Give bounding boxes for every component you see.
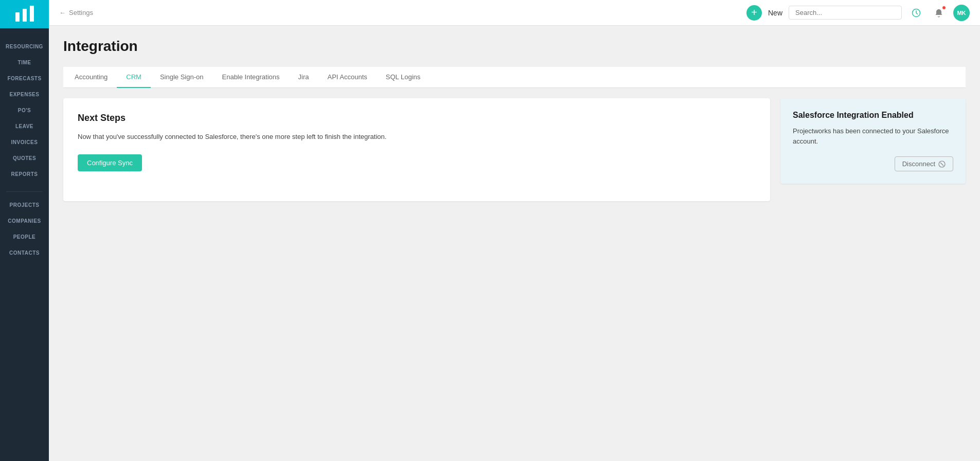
sidebar-logo[interactable] xyxy=(0,0,49,28)
sidebar-item-forecasts[interactable]: FORECASTS xyxy=(0,70,49,86)
sidebar-item-time[interactable]: TIME xyxy=(0,55,49,70)
tab-crm[interactable]: CRM xyxy=(117,67,151,88)
new-label[interactable]: New xyxy=(768,9,782,17)
tab-sso[interactable]: Single Sign-on xyxy=(151,67,213,88)
notification-wrapper xyxy=(931,5,947,21)
disconnect-label: Disconnect xyxy=(902,160,935,168)
tab-sql-logins[interactable]: SQL Logins xyxy=(377,67,430,88)
tab-accounting[interactable]: Accounting xyxy=(65,67,117,88)
sidebar-item-expenses[interactable]: EXPENSES xyxy=(0,86,49,102)
sidebar-item-quotes[interactable]: QUOTES xyxy=(0,150,49,166)
main-card-title: Next Steps xyxy=(78,113,756,123)
avatar[interactable]: MK xyxy=(953,5,970,21)
disconnect-button[interactable]: Disconnect xyxy=(895,156,953,171)
back-link[interactable]: Settings xyxy=(69,9,93,16)
sidebar-item-people[interactable]: PEOPLE xyxy=(0,229,49,245)
sidebar-item-pos[interactable]: PO'S xyxy=(0,102,49,118)
side-card-title: Salesforce Integration Enabled xyxy=(793,111,953,120)
tab-api-accounts[interactable]: API Accounts xyxy=(318,67,376,88)
sidebar-item-leave[interactable]: LEAVE xyxy=(0,118,49,134)
new-icon-button[interactable]: + xyxy=(746,5,762,21)
disconnect-row: Disconnect xyxy=(793,156,953,171)
sidebar-item-resourcing[interactable]: RESOURCING xyxy=(0,39,49,55)
main-area: ← Settings + New xyxy=(49,0,980,461)
svg-rect-2 xyxy=(30,6,34,22)
sidebar-section-top: RESOURCING TIME FORECASTS EXPENSES PO'S … xyxy=(0,39,49,182)
notification-dot xyxy=(942,6,946,10)
page-content: Integration Accounting CRM Single Sign-o… xyxy=(49,26,980,461)
sidebar-item-invoices[interactable]: INVOICES xyxy=(0,134,49,150)
configure-sync-button[interactable]: Configure Sync xyxy=(78,154,142,171)
bell-icon xyxy=(934,8,943,17)
search-input[interactable] xyxy=(789,6,902,20)
tabs-bar: Accounting CRM Single Sign-on Enable Int… xyxy=(63,67,966,88)
sidebar-navigation: RESOURCING TIME FORECASTS EXPENSES PO'S … xyxy=(0,39,49,265)
sidebar-section-bottom: PROJECTS COMPANIES PEOPLE CONTACTS xyxy=(0,197,49,261)
header-actions: + New MK xyxy=(746,5,970,21)
main-card: Next Steps Now that you've successfully … xyxy=(63,98,770,201)
svg-rect-0 xyxy=(15,12,20,22)
page-title: Integration xyxy=(63,38,966,55)
svg-line-5 xyxy=(940,163,943,166)
side-card: Salesforce Integration Enabled Projectwo… xyxy=(780,98,966,184)
sidebar-item-projects[interactable]: PROJECTS xyxy=(0,197,49,213)
sidebar-divider xyxy=(6,191,43,192)
tab-jira[interactable]: Jira xyxy=(289,67,318,88)
clock-icon xyxy=(912,8,921,17)
sidebar-item-contacts[interactable]: CONTACTS xyxy=(0,245,49,261)
main-card-description: Now that you've successfully connected t… xyxy=(78,132,756,142)
sidebar: RESOURCING TIME FORECASTS EXPENSES PO'S … xyxy=(0,0,49,461)
header: ← Settings + New xyxy=(49,0,980,26)
clock-icon-button[interactable] xyxy=(908,5,924,21)
sidebar-item-reports[interactable]: REPORTS xyxy=(0,166,49,182)
tab-enable-integrations[interactable]: Enable Integrations xyxy=(213,67,289,88)
back-arrow-icon: ← xyxy=(59,9,66,16)
sidebar-item-companies[interactable]: COMPANIES xyxy=(0,213,49,229)
svg-rect-1 xyxy=(23,9,27,22)
disconnect-icon xyxy=(938,161,946,168)
side-card-description: Projectworks has been connected to your … xyxy=(793,126,953,146)
breadcrumb: ← Settings xyxy=(59,9,93,16)
cards-row: Next Steps Now that you've successfully … xyxy=(63,98,966,201)
